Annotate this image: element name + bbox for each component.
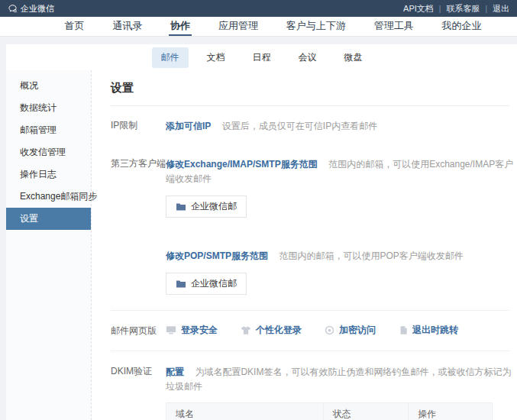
topbar-links: API文档 | 联系客服 | 退出 xyxy=(403,3,509,15)
pop-scope-block: 修改POP/SMTP服务范围 范围内的邮箱，可以使用POP客户端收发邮件 xyxy=(166,248,517,295)
webmail-label: 邮件网页版 xyxy=(111,324,166,338)
sidebar-item-statistics[interactable]: 数据统计 xyxy=(6,97,91,119)
folder-icon xyxy=(176,279,186,289)
nav-item-customers[interactable]: 客户与上下游 xyxy=(285,17,347,36)
personalized-login-item[interactable]: 个性化登录 xyxy=(241,324,302,337)
domain-column-header: 域名 xyxy=(166,403,324,420)
dkim-table-header-row: 域名 状态 操作 xyxy=(166,403,493,420)
page-title: 设置 xyxy=(111,81,509,106)
page-icon xyxy=(399,325,408,335)
api-docs-link[interactable]: API文档 xyxy=(403,3,434,15)
modify-exchange-scope-link[interactable]: 修改Exchange/IMAP/SMTP服务范围 xyxy=(166,159,318,170)
pop-scope-desc: 范围内的邮箱，可以使用POP客户端收发邮件 xyxy=(279,250,463,261)
dkim-table: 域名 状态 操作 988666.club 已验证 查看配置 xyxy=(166,402,493,420)
tab-docs[interactable]: 文档 xyxy=(198,47,234,68)
personalized-login-link[interactable]: 个性化登录 xyxy=(256,324,302,337)
wechat-work-logo-icon xyxy=(8,4,18,14)
panel-body: 概况 数据统计 邮箱管理 收发信管理 操作日志 Exchange邮箱同步 设置 … xyxy=(6,70,517,420)
action-column-header: 操作 xyxy=(409,403,493,420)
encrypted-access-item[interactable]: 加密访问 xyxy=(325,324,376,337)
sidebar-item-settings[interactable]: 设置 xyxy=(6,208,91,230)
encrypted-access-link[interactable]: 加密访问 xyxy=(339,324,376,337)
status-column-header: 状态 xyxy=(323,403,409,420)
nav-item-contacts[interactable]: 通讯录 xyxy=(111,17,144,36)
section-dkim: DKIM验证 配置 为域名配置DKIM签名，可以有效防止伪造和网络钓鱼邮件，或被… xyxy=(111,351,517,420)
contact-support-link[interactable]: 联系客服 xyxy=(446,3,480,15)
sidebar-item-overview[interactable]: 概况 xyxy=(6,75,91,97)
ip-limit-desc: 设置后，成员仅可在可信IP内查看邮件 xyxy=(222,121,377,131)
nav-item-collaboration[interactable]: 协作 xyxy=(169,17,192,36)
ip-limit-label: IP限制 xyxy=(111,118,166,132)
tab-drive[interactable]: 微盘 xyxy=(335,47,372,68)
login-security-item[interactable]: 登录安全 xyxy=(166,324,218,337)
third-party-label: 第三方客户端 xyxy=(111,157,166,170)
sidebar-item-operation-log[interactable]: 操作日志 xyxy=(6,163,91,186)
add-trusted-ip-link[interactable]: 添加可信IP xyxy=(166,121,211,131)
separator: | xyxy=(439,5,441,13)
content-panel: 邮件 文档 日程 会议 微盘 概况 数据统计 邮箱管理 收发信管理 操作日志 E… xyxy=(6,44,517,420)
nav-item-home[interactable]: 首页 xyxy=(63,17,86,36)
section-webmail: 邮件网页版 登录安全 xyxy=(111,311,517,351)
logout-redirect-link[interactable]: 退出时跳转 xyxy=(412,324,458,337)
nav-item-my-company[interactable]: 我的企业 xyxy=(440,17,483,36)
tab-calendar[interactable]: 日程 xyxy=(244,47,280,68)
modify-pop-scope-link[interactable]: 修改POP/SMTP服务范围 xyxy=(166,250,268,261)
folder-icon xyxy=(176,202,186,212)
sidebar: 概况 数据统计 邮箱管理 收发信管理 操作日志 Exchange邮箱同步 设置 xyxy=(6,70,92,420)
shirt-icon xyxy=(241,325,251,335)
tab-mail[interactable]: 邮件 xyxy=(152,47,189,68)
dkim-label: DKIM验证 xyxy=(111,364,166,378)
monitor-icon xyxy=(166,325,176,335)
pop-scope-tag[interactable]: 企业微信邮 xyxy=(166,273,247,295)
topbar: 企业微信 API文档 | 联系客服 | 退出 xyxy=(0,0,517,17)
settings-content: 设置 IP限制 添加可信IP 设置后，成员仅可在可信IP内查看邮件 第三方客户端… xyxy=(92,70,517,420)
tab-meeting[interactable]: 会议 xyxy=(289,47,326,68)
brand: 企业微信 xyxy=(8,3,54,15)
exchange-scope-block: 修改Exchange/IMAP/SMTP服务范围 范围内的邮箱，可以使用Exch… xyxy=(166,157,517,218)
dkim-configure-link[interactable]: 配置 xyxy=(166,367,184,377)
nav-item-apps[interactable]: 应用管理 xyxy=(217,17,260,36)
dkim-desc: 为域名配置DKIM签名，可以有效防止伪造和网络钓鱼邮件，或被收信方标记为垃圾邮件 xyxy=(166,367,511,392)
logout-link[interactable]: 退出 xyxy=(493,3,509,15)
module-tabs: 邮件 文档 日程 会议 微盘 xyxy=(6,44,517,70)
main-nav: 首页 通讯录 协作 应用管理 客户与上下游 管理工具 我的企业 xyxy=(0,17,517,37)
app-title: 企业微信 xyxy=(21,3,54,15)
logout-redirect-item[interactable]: 退出时跳转 xyxy=(399,324,458,337)
section-ip-limit: IP限制 添加可信IP 设置后，成员仅可在可信IP内查看邮件 xyxy=(111,118,517,133)
login-security-link[interactable]: 登录安全 xyxy=(181,324,218,337)
lock-icon xyxy=(325,325,334,335)
section-third-party: 第三方客户端 修改Exchange/IMAP/SMTP服务范围 范围内的邮箱，可… xyxy=(111,157,517,295)
page: 企业微信 API文档 | 联系客服 | 退出 首页 通讯录 协作 应用管理 客户… xyxy=(0,0,517,420)
scope-tag-label: 企业微信邮 xyxy=(191,200,237,213)
nav-item-admin-tools[interactable]: 管理工具 xyxy=(373,17,415,36)
scope-tag-label: 企业微信邮 xyxy=(191,277,237,290)
separator: | xyxy=(485,5,487,13)
sidebar-item-exchange-sync[interactable]: Exchange邮箱同步 xyxy=(6,186,91,208)
exchange-scope-tag[interactable]: 企业微信邮 xyxy=(166,195,247,218)
sidebar-item-send-receive[interactable]: 收发信管理 xyxy=(6,141,91,163)
sidebar-item-mailbox-management[interactable]: 邮箱管理 xyxy=(6,119,91,141)
